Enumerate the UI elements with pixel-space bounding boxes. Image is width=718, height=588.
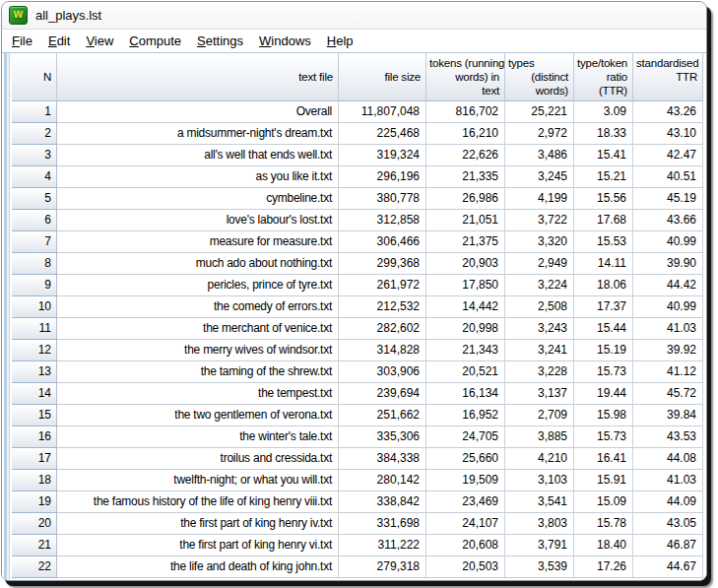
cell-ttr[interactable]: 15.41 <box>574 145 633 166</box>
cell-ttr[interactable]: 15.56 <box>574 188 633 210</box>
cell-text_file[interactable]: cymbeline.txt <box>57 188 339 210</box>
cell-sttr[interactable]: 46.87 <box>633 535 703 556</box>
cell-sttr[interactable]: 45.72 <box>633 383 703 405</box>
cell-sttr[interactable]: 43.66 <box>633 210 703 231</box>
menu-windows[interactable]: Windows <box>251 31 319 51</box>
column-header-tokens[interactable]: tokens (runningwords) intext <box>426 53 505 101</box>
cell-file_size[interactable]: 296,196 <box>339 166 426 188</box>
cell-file_size[interactable]: 279,318 <box>339 556 426 578</box>
cell-ttr[interactable]: 15.91 <box>574 470 633 491</box>
cell-text_file[interactable]: as you like it.txt <box>57 166 339 188</box>
cell-sttr[interactable]: 39.84 <box>633 405 703 426</box>
row-number-cell[interactable]: 21 <box>12 535 57 556</box>
cell-file_size[interactable]: 312,858 <box>339 210 426 231</box>
cell-types[interactable]: 3,243 <box>505 318 574 340</box>
cell-tokens[interactable]: 19,509 <box>426 470 505 491</box>
row-number-cell[interactable]: 1 <box>12 101 57 123</box>
cell-file_size[interactable]: 212,532 <box>339 296 426 318</box>
row-number-cell[interactable]: 2 <box>12 123 57 145</box>
cell-tokens[interactable]: 21,335 <box>426 166 505 188</box>
column-header-n[interactable]: N <box>12 53 57 101</box>
cell-sttr[interactable]: 43.10 <box>633 123 703 145</box>
cell-ttr[interactable]: 15.21 <box>574 166 633 188</box>
cell-ttr[interactable]: 17.37 <box>574 296 633 318</box>
cell-types[interactable]: 3,791 <box>505 535 574 556</box>
cell-text_file[interactable]: the tempest.txt <box>57 383 339 405</box>
cell-ttr[interactable]: 18.06 <box>574 275 633 296</box>
row-number-cell[interactable]: 9 <box>12 275 57 296</box>
row-number-cell[interactable]: 13 <box>12 361 57 383</box>
cell-text_file[interactable]: all's well that ends well.txt <box>57 145 339 166</box>
cell-text_file[interactable]: twelfth-night; or what you will.txt <box>57 470 339 491</box>
title-bar[interactable]: w all_plays.lst <box>2 2 706 30</box>
cell-tokens[interactable]: 20,903 <box>426 253 505 275</box>
cell-tokens[interactable]: 21,375 <box>426 231 505 253</box>
cell-ttr[interactable]: 15.09 <box>574 491 633 513</box>
cell-ttr[interactable]: 18.40 <box>574 535 633 556</box>
cell-ttr[interactable]: 17.68 <box>574 210 633 231</box>
cell-file_size[interactable]: 311,222 <box>339 535 426 556</box>
cell-tokens[interactable]: 26,986 <box>426 188 505 210</box>
menu-help[interactable]: Help <box>319 31 361 51</box>
cell-text_file[interactable]: the life and death of king john.txt <box>57 556 339 578</box>
cell-sttr[interactable]: 43.26 <box>633 101 703 123</box>
cell-types[interactable]: 3,224 <box>505 275 574 296</box>
cell-sttr[interactable]: 40.51 <box>633 166 703 188</box>
cell-file_size[interactable]: 314,828 <box>339 340 426 361</box>
row-number-cell[interactable]: 6 <box>12 210 57 231</box>
cell-sttr[interactable]: 41.12 <box>633 361 703 383</box>
cell-types[interactable]: 4,199 <box>505 188 574 210</box>
cell-ttr[interactable]: 15.44 <box>574 318 633 340</box>
row-number-cell[interactable]: 15 <box>12 405 57 426</box>
menu-file[interactable]: File <box>4 31 40 51</box>
cell-file_size[interactable]: 338,842 <box>339 491 426 513</box>
row-number-cell[interactable]: 7 <box>12 231 57 253</box>
cell-sttr[interactable]: 41.03 <box>633 470 703 491</box>
cell-tokens[interactable]: 23,469 <box>426 491 505 513</box>
menu-compute[interactable]: Compute <box>121 31 189 51</box>
cell-tokens[interactable]: 24,705 <box>426 426 505 448</box>
cell-sttr[interactable]: 41.03 <box>633 318 703 340</box>
row-number-cell[interactable]: 5 <box>12 188 57 210</box>
cell-tokens[interactable]: 21,343 <box>426 340 505 361</box>
cell-ttr[interactable]: 15.19 <box>574 340 633 361</box>
cell-types[interactable]: 3,241 <box>505 340 574 361</box>
cell-file_size[interactable]: 299,368 <box>339 253 426 275</box>
cell-text_file[interactable]: a midsummer-night's dream.txt <box>57 123 339 145</box>
row-number-cell[interactable]: 22 <box>12 556 57 578</box>
cell-file_size[interactable]: 261,972 <box>339 275 426 296</box>
cell-file_size[interactable]: 384,338 <box>339 448 426 470</box>
cell-tokens[interactable]: 14,442 <box>426 296 505 318</box>
cell-ttr[interactable]: 15.73 <box>574 426 633 448</box>
cell-tokens[interactable]: 24,107 <box>426 513 505 535</box>
cell-file_size[interactable]: 319,324 <box>339 145 426 166</box>
cell-text_file[interactable]: the comedy of errors.txt <box>57 296 339 318</box>
cell-ttr[interactable]: 15.73 <box>574 361 633 383</box>
cell-text_file[interactable]: the taming of the shrew.txt <box>57 361 339 383</box>
cell-types[interactable]: 3,228 <box>505 361 574 383</box>
cell-types[interactable]: 2,972 <box>505 123 574 145</box>
row-number-cell[interactable]: 16 <box>12 426 57 448</box>
cell-ttr[interactable]: 19.44 <box>574 383 633 405</box>
wordsmith-app-icon[interactable]: w <box>9 6 28 25</box>
cell-text_file[interactable]: the merry wives of windsor.txt <box>57 340 339 361</box>
row-number-cell[interactable]: 8 <box>12 253 57 275</box>
cell-file_size[interactable]: 306,466 <box>339 231 426 253</box>
row-number-cell[interactable]: 3 <box>12 145 57 166</box>
cell-tokens[interactable]: 20,503 <box>426 556 505 578</box>
cell-text_file[interactable]: the first part of king henry vi.txt <box>57 535 339 556</box>
cell-ttr[interactable]: 15.98 <box>574 405 633 426</box>
cell-file_size[interactable]: 303,906 <box>339 361 426 383</box>
cell-text_file[interactable]: pericles, prince of tyre.txt <box>57 275 339 296</box>
cell-types[interactable]: 2,709 <box>505 405 574 426</box>
cell-file_size[interactable]: 11,807,048 <box>339 101 426 123</box>
column-header-text_file[interactable]: text file <box>57 53 339 101</box>
cell-sttr[interactable]: 42.47 <box>633 145 703 166</box>
cell-text_file[interactable]: the merchant of venice.txt <box>57 318 339 340</box>
cell-types[interactable]: 3,486 <box>505 145 574 166</box>
cell-file_size[interactable]: 331,698 <box>339 513 426 535</box>
cell-file_size[interactable]: 239,694 <box>339 383 426 405</box>
cell-types[interactable]: 3,803 <box>505 513 574 535</box>
cell-types[interactable]: 3,722 <box>505 210 574 231</box>
cell-types[interactable]: 4,210 <box>505 448 574 470</box>
